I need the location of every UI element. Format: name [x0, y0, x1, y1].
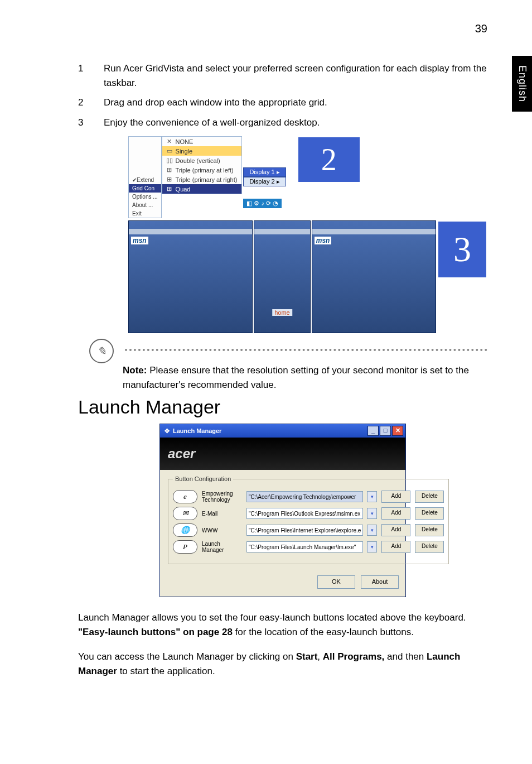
display-1[interactable]: Display 1 ▸	[243, 167, 286, 177]
opt-single[interactable]: Single	[176, 148, 193, 155]
p2-f: to start the application.	[117, 666, 215, 676]
p1-a: Launch Manager allows you to set the fou…	[78, 612, 466, 623]
config-row-email: ✉ E-Mail "C:\Program Files\Outlook Expre…	[173, 507, 444, 520]
window-title: Launch Manager	[173, 427, 366, 434]
keycap-e: e	[173, 490, 197, 503]
close-button[interactable]: ✕	[392, 426, 403, 436]
desktop-panel-3: msn	[312, 220, 436, 333]
add-button-3[interactable]: Add	[381, 541, 410, 553]
menu-exit[interactable]: Exit	[132, 210, 142, 217]
launch-manager-window: ✥ Launch Manager _ □ ✕ acer Button Confi…	[159, 424, 406, 597]
note-divider	[125, 349, 487, 351]
desktop-panel-1: msn	[128, 220, 253, 333]
button-configuration-group: Button Configuration e Empowering Techno…	[168, 475, 449, 564]
chevron-down-icon[interactable]: ▾	[367, 541, 377, 552]
delete-button-2[interactable]: Delete	[415, 524, 444, 536]
step-1: Run Acer GridVista and select your prefe…	[78, 61, 487, 90]
menu-about[interactable]: About ...	[132, 202, 153, 208]
opt-triple-l[interactable]: Triple (primary at left)	[176, 167, 234, 174]
group-legend: Button Configuration	[173, 475, 233, 482]
note-text: Note: Please ensure that the resolution …	[123, 363, 487, 392]
p1-c: for the location of the easy-launch butt…	[233, 627, 414, 637]
page-number: 39	[475, 22, 487, 35]
menu-options[interactable]: Options ...	[132, 194, 158, 200]
msn-logo-2: msn	[315, 237, 332, 244]
config-row-www: 🌐 WWW "C:\Program Files\Internet Explore…	[173, 523, 444, 537]
display-2[interactable]: Display 2 ▸	[243, 177, 286, 186]
chevron-down-icon[interactable]: ▾	[367, 491, 377, 502]
label-email: E-Mail	[202, 511, 242, 517]
delete-button-1[interactable]: Delete	[415, 507, 444, 520]
opt-quad[interactable]: Quad	[176, 186, 191, 193]
config-row-launchmgr: P Launch Manager "C:\Program Files\Launc…	[173, 540, 444, 554]
path-empowering[interactable]: "C:\Acer\Empowering Technology\empower	[246, 491, 363, 502]
p2-b: Start	[296, 651, 318, 662]
language-tab-label: English	[516, 65, 528, 102]
path-launchmgr[interactable]: "C:\Program Files\Launch Manager\lm.exe"	[246, 541, 363, 552]
add-button-1[interactable]: Add	[381, 507, 410, 520]
gridvista-screenshot: ✔Extend Grid Con Options ... About ... E…	[128, 136, 487, 333]
opt-double[interactable]: Double (vertical)	[176, 157, 220, 164]
keycap-mail: ✉	[173, 507, 197, 520]
step-2: Drag and drop each window into the appro…	[78, 95, 487, 110]
badge-2: 2	[297, 136, 361, 183]
path-www[interactable]: "C:\Program Files\Internet Explorer\iexp…	[246, 525, 363, 536]
paragraph-1: Launch Manager allows you to set the fou…	[78, 611, 487, 640]
app-icon: ✥	[165, 427, 170, 435]
maximize-button[interactable]: □	[380, 426, 391, 436]
about-button[interactable]: About	[361, 575, 399, 589]
path-email[interactable]: "C:\Program Files\Outlook Express\msimn.…	[246, 508, 363, 519]
add-button-0[interactable]: Add	[381, 491, 410, 503]
note-icon: ✎	[89, 339, 114, 363]
titlebar: ✥ Launch Manager _ □ ✕	[160, 424, 405, 438]
step-3: Enjoy the convenience of a well-organize…	[78, 116, 487, 130]
add-button-2[interactable]: Add	[381, 524, 410, 536]
p1-b: "Easy-launch buttons" on page 28	[78, 627, 233, 637]
tray-icons: ◧ ⚙ ♪ ⟳ ◔	[243, 199, 282, 208]
msn-logo-1: msn	[131, 237, 148, 244]
note-label: Note:	[123, 365, 147, 376]
config-row-empowering: e Empowering Technology "C:\Acer\Empower…	[173, 490, 444, 503]
note-body: Please ensure that the resolution settin…	[123, 365, 469, 390]
label-launchmgr: Launch Manager	[202, 541, 242, 553]
p2-c: All Programs,	[323, 651, 385, 662]
menu-gridcon[interactable]: Grid Con	[132, 185, 154, 191]
label-empowering: Empowering Technology	[202, 491, 242, 503]
p2-d: and then	[384, 651, 427, 662]
chevron-down-icon[interactable]: ▾	[367, 525, 377, 536]
delete-button-0[interactable]: Delete	[415, 491, 444, 503]
keycap-www: 🌐	[173, 523, 197, 537]
acer-logo: acer	[168, 446, 195, 462]
minimize-button[interactable]: _	[367, 426, 379, 436]
ok-button[interactable]: OK	[317, 575, 355, 589]
chevron-down-icon[interactable]: ▾	[367, 508, 377, 519]
brand-header: acer	[160, 438, 405, 470]
delete-button-3[interactable]: Delete	[415, 541, 444, 553]
section-title: Launch Manager	[78, 396, 487, 418]
badge-3: 3	[437, 220, 487, 278]
menu-extend[interactable]: Extend	[137, 177, 154, 183]
p2-a: You can access the Launch Manager by cli…	[78, 651, 296, 662]
home-label: home	[272, 309, 292, 316]
keycap-p: P	[173, 540, 197, 554]
label-www: WWW	[202, 527, 242, 534]
desktop-panel-2: home	[254, 220, 311, 333]
steps-list: Run Acer GridVista and select your prefe…	[78, 61, 487, 129]
opt-triple-r[interactable]: Triple (primary at right)	[176, 176, 238, 183]
language-tab: English	[512, 56, 532, 112]
opt-none[interactable]: NONE	[176, 138, 194, 145]
paragraph-2: You can access the Launch Manager by cli…	[78, 650, 487, 679]
p2-comma1: ,	[317, 651, 322, 662]
